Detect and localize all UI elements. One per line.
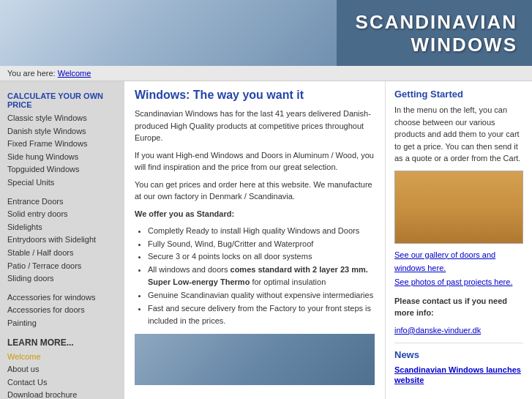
- right-panel: Getting Started In the menu on the left,…: [386, 81, 532, 399]
- center-heading: Windows: The way you want it: [135, 89, 375, 102]
- sidebar-link-entrance-doors[interactable]: Entrance Doors: [7, 195, 117, 209]
- news-link[interactable]: Scandinavian Windows launches website: [394, 365, 521, 384]
- breadcrumb-current: Welcome: [58, 69, 91, 78]
- sidebar-link-classic-windows[interactable]: Classic style Windows: [7, 112, 117, 125]
- bullet-3: Secure 3 or 4 points locks on all door s…: [148, 250, 375, 264]
- sidebar-link-sliding-doors[interactable]: Sliding doors: [7, 272, 117, 286]
- sidebar-link-accessories-windows[interactable]: Accessories for windows: [7, 291, 117, 305]
- center-para1: Scandinavian Windows has for the last 41…: [135, 108, 375, 144]
- breadcrumb: You are here: Welcome: [0, 66, 532, 81]
- contact-heading: Please contact us if you need more info:: [394, 295, 523, 319]
- gallery-image: [394, 171, 523, 244]
- logo-line1: SCANDINAVIAN: [356, 11, 517, 34]
- sidebar-link-fixed-frame[interactable]: Fixed Frame Windows: [7, 138, 117, 151]
- sidebar-link-accessories-doors[interactable]: Accessories for doors: [7, 304, 117, 317]
- bullet-list: Completly Ready to install High quality …: [135, 225, 375, 328]
- bullet-4-suffix: for optimal insulation: [250, 277, 326, 286]
- bullet-1: Completly Ready to install High quality …: [148, 225, 375, 238]
- sidebar-link-entrydoors-sidelight[interactable]: Entrydoors with Sidelight: [7, 234, 117, 247]
- breadcrumb-prefix: You are here:: [7, 69, 56, 78]
- sidebar-link-special-units[interactable]: Special Units: [7, 176, 117, 190]
- sidebar-link-about-us[interactable]: About us: [7, 363, 117, 376]
- center-offer-heading: We offer you as Standard:: [135, 209, 234, 218]
- sidebar-link-patio-doors[interactable]: Patio / Terrace doors: [7, 260, 117, 273]
- sidebar: CALCULATE YOUR OWN PRICE Classic style W…: [0, 81, 124, 399]
- learn-more-title: LEARN MORE...: [7, 338, 117, 348]
- center-content: Windows: The way you want it Scandinavia…: [124, 81, 386, 399]
- logo-line2: WINDOWS: [356, 34, 517, 56]
- center-para2: If you want High-end Windows and Doors i…: [135, 149, 375, 174]
- bullet-6: Fast and secure delivery from the Factor…: [148, 302, 375, 328]
- sidebar-link-contact-us[interactable]: Contact Us: [7, 376, 117, 389]
- sidebar-calc-title: CALCULATE YOUR OWN PRICE: [7, 92, 117, 109]
- news-heading: News: [394, 349, 523, 360]
- header-logo: SCANDINAVIAN WINDOWS: [356, 11, 517, 56]
- main-content: Windows: The way you want it Scandinavia…: [124, 81, 532, 399]
- sidebar-link-welcome[interactable]: Welcome: [7, 351, 117, 364]
- gallery-image-inner: [395, 171, 522, 243]
- header: SCANDINAVIAN WINDOWS: [0, 0, 532, 66]
- header-background: [0, 0, 337, 66]
- sidebar-link-side-hung[interactable]: Side hung Windows: [7, 151, 117, 164]
- gallery-link-1[interactable]: See our gallery of doors and windows her…: [394, 248, 523, 275]
- center-para3: You can get prices and order here at thi…: [135, 179, 375, 203]
- sidebar-link-painting[interactable]: Painting: [7, 317, 117, 330]
- layout: CALCULATE YOUR OWN PRICE Classic style W…: [0, 81, 532, 399]
- sidebar-link-danish-windows[interactable]: Danish style Windows: [7, 125, 117, 138]
- getting-started-text: In the menu on the left, you can choose …: [394, 104, 523, 165]
- getting-started-heading: Getting Started: [394, 89, 523, 100]
- sidebar-link-stable-doors[interactable]: Stable / Half doors: [7, 247, 117, 260]
- sidebar-link-topguided[interactable]: Topguided Windows: [7, 163, 117, 176]
- contact-section: Please contact us if you need more info:…: [394, 295, 523, 335]
- sidebar-link-solid-entry[interactable]: Solid entry doors: [7, 208, 117, 221]
- gallery-link-2[interactable]: See photos of past projects here.: [394, 275, 523, 289]
- sidebar-link-download-brochure[interactable]: Download brochure: [7, 389, 117, 399]
- center-footer-image: [135, 334, 375, 385]
- bullet-4: All windows and doors comes standard wit…: [148, 264, 375, 289]
- bullet-5: Genuine Scandinavian quality without exp…: [148, 289, 375, 302]
- bullet-2: Fully Sound, Wind, Bug/Critter and Water…: [148, 238, 375, 251]
- bullet-4-prefix: All windows and doors: [148, 265, 231, 274]
- sidebar-link-sidelights[interactable]: Sidelights: [7, 221, 117, 234]
- news-section: News Scandinavian Windows launches websi…: [394, 343, 523, 385]
- contact-email[interactable]: info@danske-vinduer.dk: [394, 326, 481, 335]
